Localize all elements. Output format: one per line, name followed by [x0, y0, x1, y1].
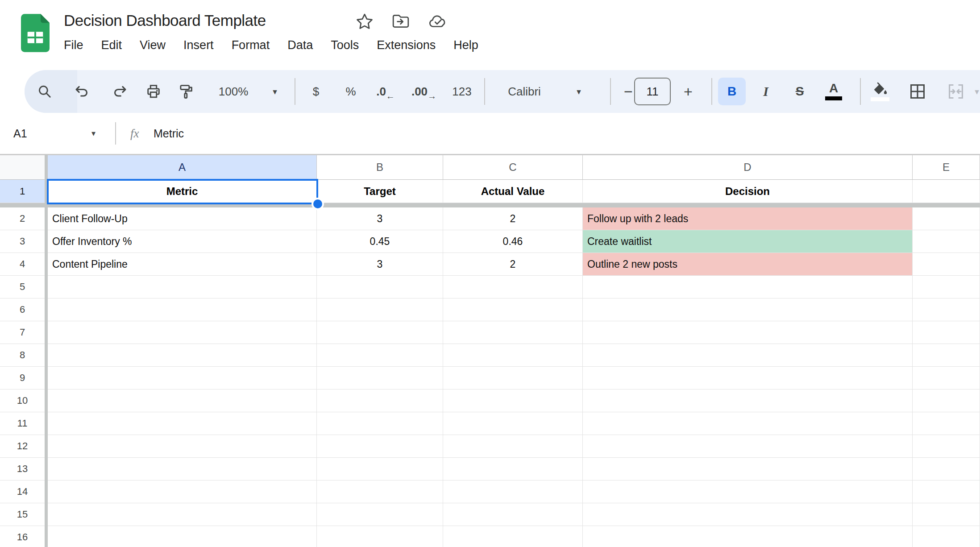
undo-icon[interactable] [74, 83, 91, 100]
row-header-14[interactable]: 14 [0, 481, 45, 503]
cell-C10[interactable] [443, 390, 583, 412]
row-header-8[interactable]: 8 [0, 344, 45, 367]
cell-B8[interactable] [317, 344, 443, 367]
cell-B3[interactable]: 0.45 [317, 230, 443, 253]
cell-A15[interactable] [48, 503, 317, 526]
cell-A8[interactable] [48, 344, 317, 367]
cell-A12[interactable] [48, 435, 317, 458]
search-icon[interactable] [37, 83, 53, 99]
menu-format[interactable]: Format [232, 38, 270, 52]
cell-B11[interactable] [317, 412, 443, 435]
cell-A5[interactable] [48, 276, 317, 298]
cell-D1[interactable]: Decision [583, 180, 913, 203]
cell-D11[interactable] [583, 412, 913, 435]
column-header-A[interactable]: A [48, 155, 317, 180]
cell-C14[interactable] [443, 481, 583, 503]
cell-A4[interactable]: Content Pipeline [48, 253, 317, 276]
column-header-E[interactable]: E [913, 155, 980, 180]
cell-A13[interactable] [48, 458, 317, 481]
cell-D8[interactable] [583, 344, 913, 367]
cell-E14[interactable] [913, 481, 980, 503]
document-title[interactable]: Decision Dashboard Template [64, 12, 266, 29]
cell-C5[interactable] [443, 276, 583, 298]
cell-C9[interactable] [443, 367, 583, 390]
cell-A7[interactable] [48, 321, 317, 344]
print-icon[interactable] [145, 83, 162, 100]
cell-C7[interactable] [443, 321, 583, 344]
name-box[interactable]: A1 [13, 113, 27, 154]
cell-C4[interactable]: 2 [443, 253, 583, 276]
cell-D2[interactable]: Follow up with 2 leads [583, 207, 913, 230]
cell-B13[interactable] [317, 458, 443, 481]
more-formats-button[interactable]: 123 [452, 85, 471, 99]
cell-A3[interactable]: Offer Inventory % [48, 230, 317, 253]
column-header-B[interactable]: B [317, 155, 443, 180]
decrease-decimal-button[interactable]: .0← [376, 85, 395, 99]
cell-E10[interactable] [913, 390, 980, 412]
cell-D3[interactable]: Create waitlist [583, 230, 913, 253]
cell-A16[interactable] [48, 526, 317, 547]
cell-D14[interactable] [583, 481, 913, 503]
redo-icon[interactable] [111, 83, 128, 100]
cell-E12[interactable] [913, 435, 980, 458]
cell-E16[interactable] [913, 526, 980, 547]
fill-color-icon[interactable] [871, 82, 889, 101]
cell-A6[interactable] [48, 298, 317, 321]
cell-C13[interactable] [443, 458, 583, 481]
cell-E15[interactable] [913, 503, 980, 526]
cell-E3[interactable] [913, 230, 980, 253]
cell-B4[interactable]: 3 [317, 253, 443, 276]
cell-C3[interactable]: 0.46 [443, 230, 583, 253]
star-icon[interactable] [355, 12, 374, 31]
cell-A9[interactable] [48, 367, 317, 390]
cell-D10[interactable] [583, 390, 913, 412]
font-family-dropdown[interactable]: Calibri [508, 85, 541, 99]
row-header-3[interactable]: 3 [0, 230, 45, 253]
cell-E1[interactable] [913, 180, 980, 203]
menu-extensions[interactable]: Extensions [377, 38, 436, 52]
cell-C11[interactable] [443, 412, 583, 435]
cell-B16[interactable] [317, 526, 443, 547]
fill-handle[interactable] [313, 199, 322, 208]
cell-E5[interactable] [913, 276, 980, 298]
menu-help[interactable]: Help [453, 38, 478, 52]
cell-E4[interactable] [913, 253, 980, 276]
cell-E7[interactable] [913, 321, 980, 344]
move-folder-icon[interactable] [391, 12, 411, 31]
cell-E9[interactable] [913, 367, 980, 390]
font-size-input[interactable]: 11 [634, 78, 671, 105]
borders-icon[interactable] [909, 83, 926, 100]
row-header-10[interactable]: 10 [0, 390, 45, 412]
format-percent-button[interactable]: % [345, 85, 356, 99]
cell-B7[interactable] [317, 321, 443, 344]
cell-C12[interactable] [443, 435, 583, 458]
column-header-C[interactable]: C [443, 155, 583, 180]
format-currency-button[interactable]: $ [313, 85, 319, 99]
cell-C1[interactable]: Actual Value [443, 180, 583, 203]
cell-D6[interactable] [583, 298, 913, 321]
cell-B1[interactable]: Target [317, 180, 443, 203]
sheets-logo-icon[interactable] [21, 14, 50, 52]
row-header-2[interactable]: 2 [0, 207, 45, 230]
cell-B9[interactable] [317, 367, 443, 390]
decrease-font-size-button[interactable]: − [624, 83, 633, 100]
menu-view[interactable]: View [140, 38, 166, 52]
cell-B6[interactable] [317, 298, 443, 321]
cell-C2[interactable]: 2 [443, 207, 583, 230]
zoom-dropdown-caret[interactable]: ▾ [273, 87, 277, 97]
cell-D15[interactable] [583, 503, 913, 526]
cell-A11[interactable] [48, 412, 317, 435]
column-header-D[interactable]: D [583, 155, 913, 180]
cell-B12[interactable] [317, 435, 443, 458]
cell-D5[interactable] [583, 276, 913, 298]
merge-cells-icon[interactable] [947, 83, 965, 100]
cell-A10[interactable] [48, 390, 317, 412]
cell-E6[interactable] [913, 298, 980, 321]
strikethrough-button[interactable]: S [796, 84, 804, 99]
menu-file[interactable]: File [64, 38, 83, 52]
row-header-16[interactable]: 16 [0, 526, 45, 547]
row-header-4[interactable]: 4 [0, 253, 45, 276]
cell-E11[interactable] [913, 412, 980, 435]
text-color-button[interactable]: A [825, 83, 842, 100]
cell-A14[interactable] [48, 481, 317, 503]
